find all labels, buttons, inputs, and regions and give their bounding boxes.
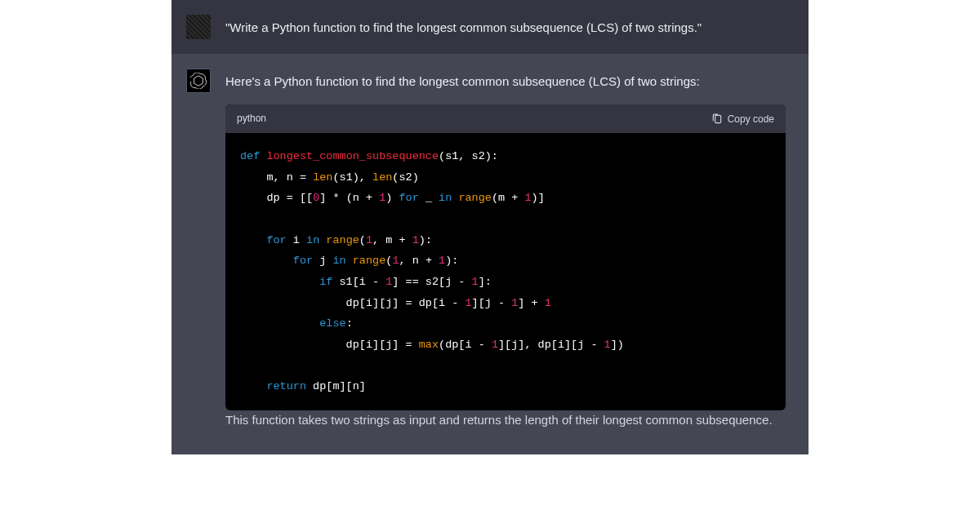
- clipboard-icon: [711, 113, 723, 125]
- code-content[interactable]: def longest_common_subsequence(s1, s2): …: [225, 133, 786, 410]
- user-avatar: [186, 15, 211, 39]
- assistant-message: Here's a Python function to find the lon…: [172, 54, 808, 454]
- copy-code-label: Copy code: [728, 113, 774, 125]
- assistant-intro-text: Here's a Python function to find the lon…: [225, 69, 786, 91]
- svg-rect-0: [715, 115, 720, 122]
- code-block-header: python Copy code: [225, 104, 786, 133]
- chat-container: "Write a Python function to find the lon…: [172, 0, 808, 454]
- code-block: python Copy code def longest_common_subs…: [225, 104, 786, 410]
- copy-code-button[interactable]: Copy code: [711, 113, 774, 125]
- user-message-content: "Write a Python function to find the lon…: [225, 15, 786, 39]
- assistant-follow-text: This function takes two strings as input…: [225, 410, 786, 430]
- user-message: "Write a Python function to find the lon…: [172, 0, 808, 54]
- assistant-avatar: [186, 69, 211, 93]
- assistant-message-content: Here's a Python function to find the lon…: [225, 69, 786, 430]
- openai-logo-icon: [190, 73, 207, 89]
- user-message-text: "Write a Python function to find the lon…: [225, 18, 786, 38]
- code-language-label: python: [237, 111, 266, 126]
